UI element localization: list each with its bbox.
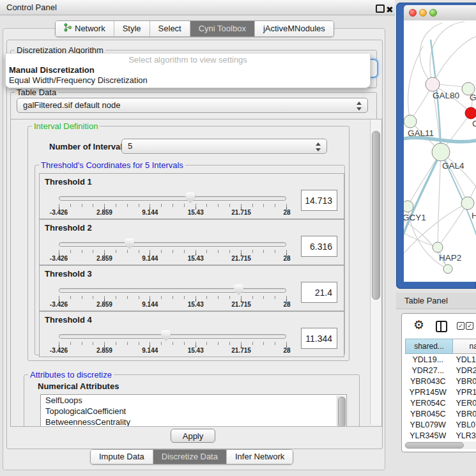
- slider-thumb[interactable]: [234, 284, 243, 295]
- network-node-gal80[interactable]: [426, 77, 440, 91]
- network-node-gal11[interactable]: [404, 115, 417, 128]
- threshold-value-field[interactable]: 11.344: [301, 328, 337, 349]
- apply-button[interactable]: Apply: [171, 429, 215, 443]
- network-node-c[interactable]: [465, 107, 476, 119]
- algorithm-option-manual[interactable]: Manual Discretization: [9, 65, 95, 75]
- cell-name[interactable]: YBR045C: [450, 409, 476, 420]
- thresholds-group: Threshold's Coordinates for 5 Intervals …: [35, 165, 345, 355]
- cell-name[interactable]: YER054C: [450, 398, 476, 409]
- settings-vertical-scrollbar[interactable]: [370, 119, 381, 425]
- columns-icon[interactable]: [436, 321, 447, 332]
- attributes-group-label: Attributes to discretize: [28, 370, 114, 380]
- slider-track[interactable]: [59, 242, 286, 247]
- network-view-window[interactable]: GAL80GACGAL11GAL4GCY1HHAP2: [396, 3, 476, 289]
- checkbox-icon[interactable]: ✓: [457, 322, 464, 330]
- close-traffic-light-icon[interactable]: [409, 9, 417, 17]
- control-panel-titlebar: Control Panel ✖: [0, 0, 395, 15]
- slider-scale: -3.4262.8599.14415.4321.71528: [59, 301, 287, 309]
- table-row[interactable]: YDL19...YDL19...: [405, 355, 476, 365]
- network-icon: [64, 23, 72, 34]
- network-node-gcy1[interactable]: [404, 201, 413, 212]
- slider-track[interactable]: [59, 288, 286, 293]
- network-canvas[interactable]: GAL80GACGAL11GAL4GCY1HHAP2: [404, 20, 476, 282]
- cell-shared-name[interactable]: YBL079W: [405, 420, 450, 431]
- network-node-h[interactable]: [461, 197, 474, 210]
- gear-icon[interactable]: ⚙: [413, 318, 424, 332]
- attribute-list-item[interactable]: TopologicalCoefficient: [41, 406, 346, 417]
- network-node-hap2[interactable]: [433, 242, 443, 252]
- threshold-value-field[interactable]: 21.4: [301, 282, 337, 303]
- float-window-icon[interactable]: [376, 4, 385, 13]
- cyni-bottom-tab-bar: Impute Data Discretize Data Infer Networ…: [90, 449, 293, 464]
- close-icon[interactable]: ✖: [386, 2, 394, 17]
- table-row[interactable]: YBR045CYBR045C: [405, 409, 476, 420]
- table-horizontal-scrollbar[interactable]: [404, 441, 476, 449]
- cell-name[interactable]: YDR27...: [450, 365, 476, 376]
- tab-infer-network[interactable]: Infer Network: [227, 450, 293, 464]
- cell-shared-name[interactable]: YBR045C: [405, 409, 450, 420]
- network-node-label: GAL4: [442, 161, 464, 171]
- slider-track[interactable]: [59, 334, 286, 339]
- threshold-value-field[interactable]: 6.316: [301, 236, 337, 257]
- number-of-intervals-spinner[interactable]: 5: [121, 139, 327, 154]
- threshold-row: Threshold 3-3.4262.8599.14415.4321.71528…: [39, 265, 344, 311]
- table-row[interactable]: YBL079WYBL079W: [405, 420, 476, 431]
- algorithm-option-equal-width[interactable]: Equal Width/Frequency Discretization: [9, 75, 148, 85]
- scale-tick-label: 9.144: [142, 301, 158, 308]
- cell-shared-name[interactable]: YDR27...: [405, 365, 450, 376]
- cell-shared-name[interactable]: YLR345W: [405, 431, 450, 441]
- scrollbar-thumb[interactable]: [372, 131, 380, 300]
- zoom-traffic-light-icon[interactable]: [429, 9, 437, 17]
- table-row[interactable]: YPR145WYPR145W: [405, 387, 476, 398]
- cell-shared-name[interactable]: YER054C: [405, 398, 450, 409]
- attribute-list-item[interactable]: SelfLoops: [41, 395, 346, 406]
- numerical-attributes-list[interactable]: SelfLoopsTopologicalCoefficientBetweenne…: [40, 394, 347, 427]
- tab-network[interactable]: Network: [56, 21, 114, 36]
- minimize-traffic-light-icon[interactable]: [419, 9, 427, 17]
- number-of-intervals-value: 5: [128, 141, 132, 151]
- checkbox-icon[interactable]: ✓: [466, 322, 473, 330]
- settings-scroll-area: Interval Definition Number of Intervals …: [10, 119, 382, 427]
- cell-name[interactable]: YLR345W: [450, 431, 476, 441]
- tab-cyni-toolbox[interactable]: Cyni Toolbox: [190, 21, 255, 36]
- cell-shared-name[interactable]: YDL19...: [405, 355, 450, 365]
- tab-impute-data[interactable]: Impute Data: [91, 450, 153, 464]
- scale-tick-label: 28: [283, 255, 290, 262]
- table-data-combobox[interactable]: galFiltered.sif default node: [17, 98, 368, 113]
- table-rows[interactable]: YDL19...YDL19...YDR27...YDR27...YBR043CY…: [405, 355, 476, 441]
- table-row[interactable]: YDR27...YDR27...: [405, 365, 476, 376]
- tab-style[interactable]: Style: [114, 21, 150, 36]
- number-of-intervals-label: Number of Intervals: [49, 142, 127, 151]
- cell-shared-name[interactable]: YBR043C: [405, 376, 450, 387]
- table-row[interactable]: YBR043CYBR043C: [405, 376, 476, 387]
- table-row[interactable]: YER054CYER054C: [405, 398, 476, 409]
- attribute-list-item[interactable]: BetweennessCentrality: [41, 417, 346, 427]
- network-node[interactable]: [443, 265, 452, 273]
- cell-name[interactable]: YBR043C: [450, 376, 476, 387]
- tab-discretize-data[interactable]: Discretize Data: [153, 450, 227, 464]
- algorithm-dropdown-popup: Select algorithm to view settings Manual…: [5, 54, 371, 88]
- network-node-label: H: [472, 211, 476, 220]
- tab-jactivemnodules[interactable]: jActiveMNodules: [255, 21, 334, 36]
- network-node-gal4[interactable]: [432, 143, 450, 161]
- table-data-value: galFiltered.sif default node: [23, 100, 120, 110]
- column-header-name[interactable]: name: [453, 339, 476, 354]
- scrollbar-thumb[interactable]: [405, 442, 464, 449]
- table-panel-toolbar: ⚙ ✓ ✓: [402, 314, 476, 338]
- cell-name[interactable]: YBL079W: [450, 420, 476, 431]
- threshold-label: Threshold 3: [45, 269, 92, 279]
- cell-name[interactable]: YDL19...: [450, 355, 476, 365]
- attributes-list-scrollbar[interactable]: [337, 395, 346, 427]
- threshold-value-field[interactable]: 14.713: [301, 190, 337, 211]
- slider-thumb[interactable]: [185, 192, 195, 203]
- cell-shared-name[interactable]: YPR145W: [405, 387, 450, 398]
- slider-thumb[interactable]: [161, 330, 171, 341]
- slider-thumb[interactable]: [125, 238, 134, 249]
- threshold-label: Threshold 4: [45, 315, 92, 325]
- table-row[interactable]: YLR345WYLR345W: [405, 431, 476, 441]
- slider-track[interactable]: [59, 196, 286, 201]
- tab-select[interactable]: Select: [150, 21, 190, 36]
- column-header-shared-name[interactable]: shared...: [405, 339, 453, 354]
- scale-tick-label: -3.426: [50, 347, 68, 354]
- cell-name[interactable]: YPR145W: [450, 387, 476, 398]
